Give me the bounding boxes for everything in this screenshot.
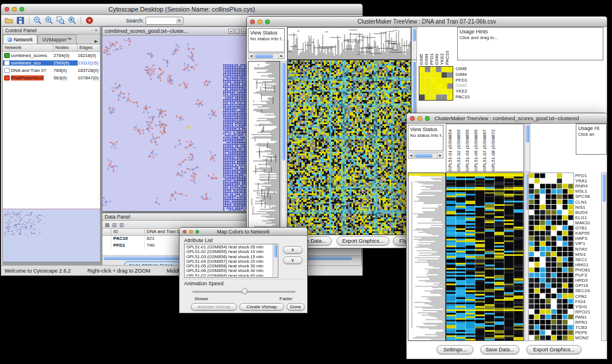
zoom-fit-icon[interactable]	[67, 16, 77, 25]
done-button[interactable]: Done	[286, 303, 305, 311]
table-mode-icon[interactable]: ▤	[112, 222, 117, 228]
zoom-button[interactable]	[196, 230, 199, 233]
save-data-button[interactable]: Save Data...	[480, 345, 519, 354]
header-vscrollbar[interactable]	[525, 124, 530, 172]
animate-vizmap-button[interactable]: Animate Vizmap	[191, 303, 237, 311]
gene-label[interactable]: HAP3	[575, 236, 600, 241]
treeview-combined-titlebar[interactable]: ClusterMaker TreeView : combined_scores_…	[407, 113, 607, 124]
gene-label[interactable]: VIP1	[575, 241, 600, 246]
array-label[interactable]: GPL51-06 (GSM865	[473, 125, 482, 171]
matrix-row-label[interactable]: GIM5	[456, 66, 470, 72]
gene-label[interactable]: CLN1	[575, 200, 600, 205]
scroll-right-arrow-icon[interactable]	[437, 153, 443, 158]
treeview-dna-titlebar[interactable]: ClusterMaker TreeView : DNA and Tran 07-…	[247, 17, 607, 27]
zoom-button[interactable]	[425, 116, 430, 121]
tab-network[interactable]: Network	[3, 35, 37, 44]
array-tree-vscrollbar[interactable]	[411, 27, 417, 60]
gene-label[interactable]: PAN1	[575, 315, 600, 320]
cytoscape-titlebar[interactable]: Cytoscape Desktop (Session Name: collins…	[1, 4, 362, 15]
array-label[interactable]: GPL51-02 (GSM855	[456, 125, 465, 171]
mdi-maximize-icon[interactable]: ▢	[235, 29, 240, 34]
correlation-matrix-canvas[interactable]	[419, 66, 453, 101]
heatmap-canvas[interactable]	[287, 60, 411, 235]
gene-label[interactable]: MSI1	[575, 252, 600, 257]
gene-label[interactable]: TCB3	[575, 325, 600, 330]
network-row[interactable]: RNAPuberNov2 563(0) 107847(0)	[3, 74, 100, 82]
gene-list-vscrollbar[interactable]	[601, 173, 607, 341]
gene-label[interactable]: NIS1	[575, 205, 600, 210]
zoom-button[interactable]	[265, 20, 270, 24]
search-dropdown-arrow-icon[interactable]: ▼	[176, 18, 182, 24]
search-input[interactable]: ▼	[146, 17, 183, 25]
gene-label[interactable]: SEC24	[575, 288, 600, 293]
minimize-button[interactable]	[418, 116, 422, 121]
matrix-row-label[interactable]: PAC10	[456, 94, 470, 100]
close-button[interactable]	[183, 230, 186, 233]
minimize-button[interactable]	[12, 7, 17, 12]
gene-tree-vscrollbar[interactable]	[281, 61, 286, 235]
heatmap-canvas[interactable]	[446, 173, 524, 341]
animation-speed-slider[interactable]	[192, 288, 296, 296]
list-vscrollbar[interactable]	[273, 244, 278, 277]
array-label[interactable]: GPL51-03 (GSM856	[465, 125, 473, 171]
close-panel-icon[interactable]: ✕	[94, 28, 98, 33]
zoom-in-icon[interactable]	[44, 16, 54, 25]
gene-dendrogram-canvas[interactable]	[408, 173, 446, 341]
array-dendrogram-canvas[interactable]	[287, 27, 411, 60]
attribute-listbox[interactable]: GPL51-01 (GSM854) heat shock 05 minGPL51…	[184, 244, 278, 278]
zoom-out-icon[interactable]	[33, 16, 43, 25]
vscroll-thumb[interactable]	[602, 174, 606, 202]
scroll-right-arrow-icon[interactable]	[278, 53, 284, 59]
gene-label[interactable]: CPA2	[575, 294, 600, 299]
slider-thumb[interactable]	[242, 288, 248, 294]
zoom-selected-icon[interactable]	[56, 16, 66, 25]
gene-label[interactable]: PFD1	[575, 173, 600, 178]
gene-label[interactable]: BUD4	[575, 210, 600, 215]
vscroll-thumb[interactable]	[412, 62, 416, 114]
mini-hscrollbar[interactable]	[248, 53, 285, 59]
mdi-minimize-icon[interactable]: ▾	[228, 29, 234, 34]
matrix-row-label[interactable]: GIM4	[456, 72, 470, 78]
network-overview-panel[interactable]	[3, 209, 100, 262]
gene-label[interactable]: RNR4	[575, 183, 600, 189]
open-session-icon[interactable]	[4, 16, 14, 25]
export-graphics-button[interactable]: Export Graphics...	[336, 236, 389, 246]
gene-label[interactable]: SPC98	[575, 194, 600, 199]
gene-label[interactable]: PHO81	[575, 267, 600, 273]
move-down-button[interactable]: ∨	[283, 256, 303, 264]
settings-button[interactable]: Settings...	[437, 345, 473, 354]
gene-label[interactable]: HMG1	[575, 262, 600, 267]
minimize-button[interactable]	[189, 230, 193, 233]
gene-label[interactable]: SEC1	[575, 257, 600, 262]
tab-vizmapper[interactable]: VizMapper™	[37, 35, 76, 44]
hscroll-thumb[interactable]	[415, 154, 433, 158]
move-up-button[interactable]: ∧	[283, 246, 303, 254]
gene-label[interactable]: MAK31	[575, 220, 600, 225]
scroll-left-arrow-icon[interactable]	[248, 53, 254, 59]
gene-label[interactable]: ELG1	[575, 215, 600, 220]
gene-label[interactable]: NTR2	[575, 247, 600, 252]
array-label[interactable]: GPL51-07 (GSM867	[482, 125, 491, 171]
gene-label[interactable]: PEP5	[575, 330, 600, 335]
network-row[interactable]: DNA and Tran 07 769(0) 183728(0)	[3, 67, 100, 74]
matrix-row-label[interactable]: GIM3	[456, 83, 470, 89]
array-label[interactable]: GPL51-08 (GSM872	[491, 125, 499, 171]
vscroll-thumb[interactable]	[282, 63, 285, 160]
mini-hscrollbar[interactable]	[408, 152, 443, 159]
zoom-button[interactable]	[20, 7, 24, 12]
gene-label[interactable]: GPI16	[575, 283, 600, 288]
gene-label[interactable]: GTB1	[575, 225, 600, 231]
gene-label[interactable]: HRD3	[575, 278, 600, 283]
mdi-close-icon[interactable]: ✕	[241, 29, 246, 34]
gene-dendrogram-canvas[interactable]	[248, 61, 280, 235]
gene-label[interactable]: PUF3	[575, 273, 600, 278]
matrix-row-label[interactable]: PFD1	[456, 78, 470, 83]
network-row[interactable]: combined_scores 2764(0) 16218(0)	[3, 52, 100, 59]
annotation-icon[interactable]	[85, 16, 94, 25]
gene-label[interactable]: FIG4	[575, 299, 600, 304]
vscroll-thumb[interactable]	[274, 245, 277, 258]
close-button[interactable]	[410, 116, 415, 121]
close-button[interactable]	[5, 7, 9, 12]
attribute-list-item[interactable]: GPL51-07 (GSM868) heat shock 60 min	[185, 274, 272, 277]
tab-overflow-arrow-icon[interactable]: ▶	[93, 39, 100, 44]
